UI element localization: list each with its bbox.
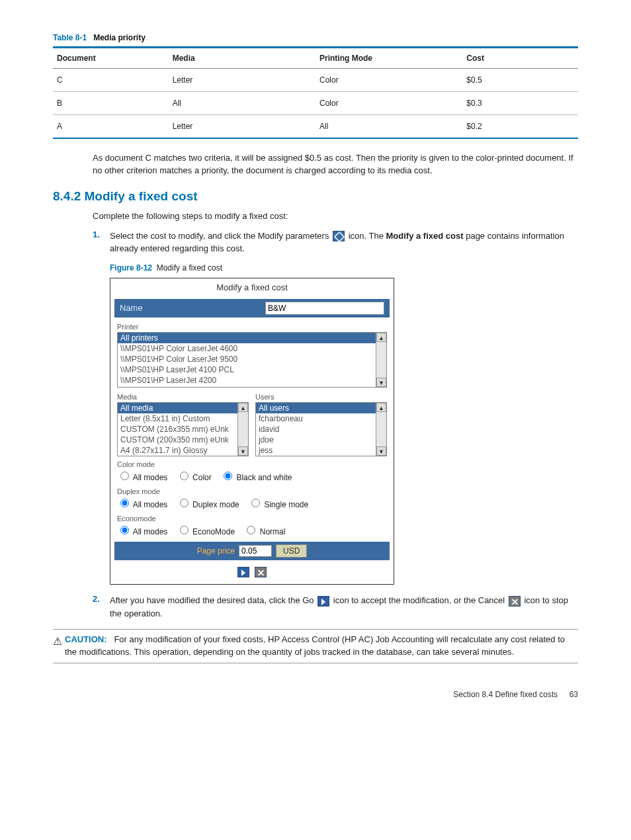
warning-icon: ⚠ (53, 634, 62, 659)
duplex-mode-label: Duplex mode (117, 487, 387, 495)
list-item[interactable]: CUSTOM (216x355 mm) eUnk (118, 424, 237, 435)
step-body: Select the cost to modify, and click the… (110, 230, 578, 255)
scrollbar[interactable]: ▲ ▼ (376, 333, 386, 387)
figure-label: Figure 8-12 (110, 263, 152, 273)
list-item[interactable]: All media (118, 403, 237, 413)
label: Black and white (236, 473, 292, 482)
scroll-down-icon[interactable]: ▼ (238, 446, 248, 456)
scroll-up-icon[interactable]: ▲ (238, 403, 248, 412)
go-icon (317, 596, 329, 607)
cell: Color (316, 69, 462, 92)
table-caption-prefix: Table 8-1 (53, 33, 87, 42)
label: All modes (133, 527, 168, 536)
radio-option[interactable]: Black and white (220, 473, 292, 482)
cell: B (53, 92, 169, 115)
footer-page: 63 (569, 690, 578, 699)
label: Single mode (264, 500, 308, 509)
section-heading: 8.4.2 Modify a fixed cost (53, 189, 578, 204)
printer-listbox[interactable]: All printers \\MPS01\HP Color LaserJet 4… (117, 332, 387, 388)
text-bold: Modify a fixed cost (386, 231, 464, 241)
intro-text: Complete the following steps to modify a… (93, 210, 578, 223)
label: Duplex mode (192, 500, 239, 509)
list-item[interactable]: \\MPS01\HP Color LaserJet 4600 (118, 343, 376, 354)
users-label: Users (255, 393, 380, 401)
list-item[interactable]: \\MPS01\HP LaserJet 4200 (118, 375, 376, 386)
cell: All (316, 115, 462, 139)
table-caption-title: Media priority (93, 33, 146, 42)
media-priority-table: Document Media Printing Mode Cost C Lett… (53, 46, 578, 139)
figure-title: Modify a fixed cost (157, 263, 222, 273)
list-item[interactable]: \\MPS01\HP LaserJet 4100 PCL (118, 364, 376, 375)
list-item[interactable]: Letter (8.5x11 in) Custom (118, 413, 237, 424)
explanatory-paragraph: As document C matches two criteria, it w… (93, 152, 578, 177)
list-item[interactable]: A4 (8.27x11.7 in) Glossy (118, 445, 237, 456)
cell: $0.5 (462, 69, 578, 92)
media-label: Media (117, 393, 242, 401)
label: Normal (260, 527, 286, 536)
scrollbar[interactable]: ▲ ▼ (237, 403, 248, 456)
cell: Letter (169, 69, 316, 92)
cancel-button-icon[interactable] (255, 567, 267, 577)
list-item[interactable]: jdoe (256, 435, 376, 445)
name-label: Name (120, 303, 143, 313)
footer-section: Section 8.4 Define fixed costs (453, 690, 558, 699)
color-mode-label: Color mode (117, 460, 387, 468)
list-item[interactable]: fcharboneau (256, 413, 376, 424)
cell: $0.3 (462, 92, 578, 115)
step-body: After you have modified the desired data… (110, 594, 578, 620)
radio-option[interactable]: Single mode (248, 500, 308, 509)
page-price-input[interactable] (239, 545, 272, 557)
radio-option[interactable]: All modes (117, 527, 167, 536)
scroll-down-icon[interactable]: ▼ (376, 446, 386, 456)
dialog-title: Modify a fixed cost (110, 278, 394, 299)
radio-option[interactable]: Duplex mode (177, 500, 239, 509)
caution-note: ⚠ CAUTION: For any modification of your … (53, 629, 578, 663)
list-item[interactable]: jess (256, 445, 376, 456)
users-listbox[interactable]: All users fcharboneau idavid jdoe jess ▲… (255, 402, 387, 456)
scroll-up-icon[interactable]: ▲ (376, 403, 386, 412)
list-item[interactable]: All users (256, 403, 376, 413)
cell: C (53, 69, 169, 92)
caution-label: CAUTION: (65, 634, 107, 644)
list-item[interactable]: CUSTOM (200x350 mm) eUnk (118, 435, 237, 445)
radio-option[interactable]: Color (177, 473, 212, 482)
modify-parameters-icon (333, 231, 345, 241)
radio-option[interactable]: All modes (117, 473, 167, 482)
modify-fixed-cost-dialog: Modify a fixed cost Name Printer All pri… (110, 278, 394, 585)
caution-text: For any modification of your fixed costs… (65, 634, 565, 657)
cell: Color (316, 92, 462, 115)
step-number: 2. (93, 594, 110, 604)
name-input[interactable] (265, 302, 384, 315)
cell: Letter (169, 115, 316, 139)
cancel-icon (509, 596, 521, 607)
step-number: 1. (93, 230, 110, 239)
col-cost: Cost (462, 48, 578, 69)
cell: A (53, 115, 169, 139)
radio-option[interactable]: EconoMode (177, 527, 235, 536)
table-row: B All Color $0.3 (53, 92, 578, 115)
scrollbar[interactable]: ▲ ▼ (376, 403, 386, 456)
radio-option[interactable]: Normal (243, 527, 285, 536)
cell: All (169, 92, 316, 115)
col-media: Media (169, 48, 316, 69)
col-printing-mode: Printing Mode (316, 48, 462, 69)
list-item[interactable]: idavid (256, 424, 376, 435)
text: icon to accept the modification, or the … (333, 595, 507, 605)
scroll-down-icon[interactable]: ▼ (376, 378, 386, 387)
text: icon. The (349, 231, 386, 241)
table-row: A Letter All $0.2 (53, 115, 578, 139)
text: After you have modified the desired data… (110, 595, 316, 605)
list-item[interactable]: All printers (118, 333, 376, 343)
media-listbox[interactable]: All media Letter (8.5x11 in) Custom CUST… (117, 402, 249, 456)
scroll-up-icon[interactable]: ▲ (376, 333, 386, 342)
name-bar: Name (114, 299, 390, 317)
economode-label: Economode (117, 515, 387, 523)
currency-label: USD (276, 544, 307, 558)
list-item[interactable]: \\MPS01\HP Color LaserJet 9500 (118, 354, 376, 364)
page-price-label: Page price (197, 546, 235, 556)
go-button-icon[interactable] (237, 567, 249, 577)
price-bar: Page price USD (114, 542, 390, 560)
radio-option[interactable]: All modes (117, 500, 167, 509)
col-document: Document (53, 48, 169, 69)
cell: $0.2 (462, 115, 578, 139)
